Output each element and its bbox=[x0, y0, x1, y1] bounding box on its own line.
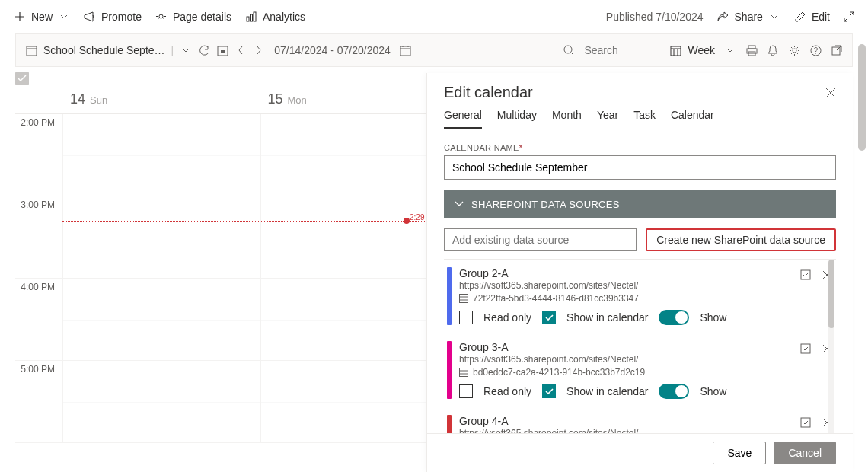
datasources-section-header[interactable]: SHAREPOINT DATA SOURCES bbox=[444, 190, 836, 218]
plus-icon bbox=[14, 11, 26, 23]
settings-icon[interactable] bbox=[788, 44, 800, 56]
select-all-checkbox[interactable] bbox=[15, 72, 29, 85]
panel-tabs: General Multiday Month Year Task Calenda… bbox=[427, 101, 853, 129]
today-icon[interactable] bbox=[216, 44, 228, 56]
cmdbar-right: Published 7/10/2024 Share Edit bbox=[606, 11, 854, 23]
tab-calendar[interactable]: Calendar bbox=[671, 109, 714, 129]
svg-rect-7 bbox=[400, 46, 410, 56]
chevron-down-icon[interactable] bbox=[724, 44, 736, 56]
edit-datasource-icon[interactable] bbox=[799, 416, 812, 429]
datasource-item: Group 3-Ahttps://vsoft365.sharepoint.com… bbox=[444, 333, 836, 407]
showcal-checkbox[interactable] bbox=[542, 384, 556, 398]
show-toggle[interactable] bbox=[659, 384, 689, 399]
panel-footer: Save Cancel bbox=[427, 433, 853, 472]
analytics-button[interactable]: Analytics bbox=[245, 11, 305, 23]
showcal-checkbox[interactable] bbox=[542, 311, 556, 324]
expand-icon[interactable] bbox=[844, 11, 854, 22]
chevron-down-icon bbox=[455, 201, 464, 207]
open-icon[interactable] bbox=[831, 44, 843, 56]
share-button[interactable]: Share bbox=[717, 11, 780, 23]
tab-general[interactable]: General bbox=[444, 109, 482, 129]
next-icon[interactable] bbox=[253, 44, 265, 56]
view-label: Week bbox=[688, 44, 715, 56]
section-title: SHAREPOINT DATA SOURCES bbox=[471, 199, 620, 210]
now-dot bbox=[404, 218, 410, 224]
edit-label: Edit bbox=[812, 11, 830, 23]
time-slot[interactable] bbox=[62, 196, 260, 278]
bell-icon[interactable] bbox=[767, 44, 779, 56]
published-label: Published 7/10/2024 bbox=[606, 11, 704, 23]
datasource-item: Group 2-Ahttps://vsoft365.sharepoint.com… bbox=[444, 260, 836, 333]
datasource-url: https://vsoft365.sharepoint.com/sites/Ne… bbox=[459, 428, 792, 433]
show-toggle[interactable] bbox=[659, 310, 689, 325]
hour-label: 3:00 PM bbox=[15, 196, 62, 278]
date-picker-icon[interactable] bbox=[400, 44, 412, 56]
prev-icon[interactable] bbox=[235, 44, 247, 56]
svg-rect-3 bbox=[254, 12, 256, 21]
datasource-item: Group 4-Ahttps://vsoft365.sharepoint.com… bbox=[444, 407, 836, 433]
chevron-down-icon bbox=[58, 11, 70, 23]
refresh-icon[interactable] bbox=[198, 44, 210, 56]
help-icon[interactable] bbox=[809, 44, 822, 56]
time-slot[interactable] bbox=[62, 361, 260, 442]
svg-rect-17 bbox=[801, 270, 810, 279]
view-selector[interactable]: Week bbox=[669, 44, 715, 56]
svg-rect-21 bbox=[801, 418, 810, 427]
search-input[interactable] bbox=[584, 44, 660, 56]
add-datasource-input[interactable] bbox=[444, 228, 637, 251]
edit-datasource-icon[interactable] bbox=[799, 343, 812, 355]
new-button[interactable]: New bbox=[14, 11, 70, 23]
datasource-name: Group 2-A bbox=[459, 267, 792, 279]
search-icon[interactable] bbox=[563, 44, 575, 56]
divider: | bbox=[171, 44, 174, 56]
tab-year[interactable]: Year bbox=[597, 109, 618, 129]
readonly-label: Read only bbox=[483, 385, 531, 397]
datasource-name: Group 3-A bbox=[459, 341, 792, 353]
day-header[interactable]: 14Sun bbox=[62, 85, 260, 113]
calendar-icon bbox=[669, 44, 681, 56]
tab-month[interactable]: Month bbox=[552, 109, 582, 129]
time-slot[interactable] bbox=[62, 279, 260, 360]
command-bar: New Promote Page details Analytics Publi… bbox=[0, 0, 868, 33]
showcal-label: Show in calendar bbox=[566, 311, 648, 324]
close-icon[interactable] bbox=[825, 88, 836, 98]
hour-label: 5:00 PM bbox=[15, 361, 62, 442]
page-details-label: Page details bbox=[173, 11, 231, 23]
create-datasource-button[interactable]: Create new SharePoint data source bbox=[646, 228, 836, 251]
promote-button[interactable]: Promote bbox=[84, 11, 142, 23]
svg-rect-18 bbox=[460, 368, 468, 377]
save-button[interactable]: Save bbox=[713, 442, 766, 464]
readonly-checkbox[interactable] bbox=[459, 311, 473, 324]
list-scrollthumb[interactable] bbox=[828, 260, 834, 328]
datasource-url: https://vsoft365.sharepoint.com/sites/Ne… bbox=[459, 354, 792, 365]
show-label: Show bbox=[700, 385, 726, 397]
pencil-icon bbox=[794, 11, 806, 23]
datasource-id: bd0eddc7-ca2a-4213-914b-bcc33b7d2c19 bbox=[459, 367, 792, 378]
calendar-toolbar: School Schedule Septe… | 07/14/2024 - 07… bbox=[15, 33, 853, 67]
svg-rect-4 bbox=[27, 46, 37, 56]
svg-rect-10 bbox=[748, 46, 755, 49]
hour-label: 4:00 PM bbox=[15, 279, 62, 360]
readonly-label: Read only bbox=[483, 311, 531, 324]
svg-point-8 bbox=[564, 46, 572, 53]
datasource-color bbox=[447, 415, 452, 433]
edit-datasource-icon[interactable] bbox=[799, 269, 812, 281]
hour-label: 2:00 PM bbox=[15, 114, 62, 196]
cancel-button[interactable]: Cancel bbox=[774, 442, 836, 464]
datasource-name: Group 4-A bbox=[459, 415, 792, 427]
datasource-options: Read onlyShow in calendarShow bbox=[459, 310, 792, 325]
readonly-checkbox[interactable] bbox=[459, 384, 473, 398]
tab-task[interactable]: Task bbox=[633, 109, 656, 129]
page-details-button[interactable]: Page details bbox=[155, 11, 231, 23]
svg-point-13 bbox=[793, 49, 796, 53]
share-icon bbox=[717, 11, 729, 23]
chevron-down-icon[interactable] bbox=[180, 44, 192, 56]
datasource-color bbox=[447, 341, 452, 399]
page-scrollbar[interactable] bbox=[858, 44, 866, 151]
print-icon[interactable] bbox=[745, 44, 758, 56]
time-slot[interactable] bbox=[62, 114, 260, 196]
tab-multiday[interactable]: Multiday bbox=[497, 109, 537, 129]
datasource-color bbox=[447, 267, 452, 325]
calendar-name-input[interactable] bbox=[444, 155, 836, 180]
edit-button[interactable]: Edit bbox=[794, 11, 830, 23]
